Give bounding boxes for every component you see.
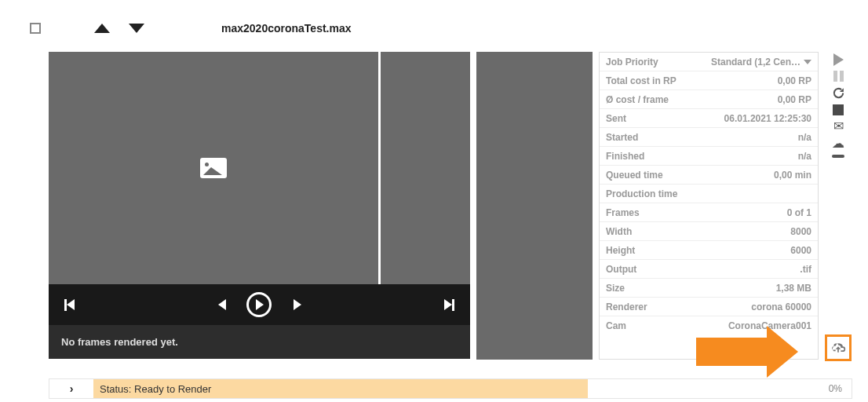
preview-panel: No frames rendered yet.: [49, 52, 470, 360]
status-row: › Status: Ready to Render 0%: [49, 378, 852, 399]
detail-row-height: Height 6000: [600, 241, 818, 260]
file-name: max2020coronaTest.max: [221, 22, 352, 35]
mail-icon[interactable]: ✉: [833, 120, 844, 133]
select-job-checkbox[interactable]: [30, 23, 41, 34]
detail-row-queued: Queued time 0,00 min: [600, 166, 818, 185]
upload-button[interactable]: [825, 334, 852, 361]
minimize-icon[interactable]: [832, 155, 844, 158]
move-down-icon[interactable]: [129, 24, 144, 33]
detail-row-finished: Finished n/a: [600, 147, 818, 166]
status-progress: 0%: [588, 383, 852, 394]
reload-icon[interactable]: [832, 86, 845, 100]
detail-row-cost-frame: Ø cost / frame 0,00 RP: [600, 90, 818, 109]
skip-start-button[interactable]: [64, 299, 75, 311]
detail-row-output: Output .tif: [600, 260, 818, 279]
secondary-preview-panel: [476, 52, 593, 360]
side-toolbar: ✉ ☁: [830, 53, 847, 158]
detail-label: Job Priority: [606, 57, 658, 68]
detail-row-renderer: Renderer corona 60000: [600, 298, 818, 316]
image-placeholder-icon: [200, 158, 227, 178]
move-up-icon[interactable]: [94, 24, 110, 33]
cloud-upload-icon: [830, 342, 846, 354]
priority-dropdown[interactable]: Standard (1,2 Cen…: [711, 57, 811, 68]
chevron-down-icon: [804, 60, 811, 64]
stop-render-icon[interactable]: [833, 104, 844, 115]
detail-row-size: Size 1,38 MB: [600, 279, 818, 298]
start-render-icon[interactable]: [833, 53, 844, 66]
expand-status-icon[interactable]: ›: [49, 382, 93, 395]
job-details-panel: Job Priority Standard (1,2 Cen… Total co…: [599, 52, 819, 360]
next-frame-button[interactable]: [294, 299, 301, 310]
detail-row-total-cost: Total cost in RP 0,00 RP: [600, 71, 818, 90]
detail-row-frames: Frames 0 of 1: [600, 203, 818, 222]
skip-end-button[interactable]: [443, 299, 454, 311]
pause-render-icon[interactable]: [833, 71, 844, 82]
player-status-message: No frames rendered yet.: [49, 325, 470, 359]
status-label: Status: Ready to Render: [93, 379, 588, 398]
play-icon: [256, 299, 264, 310]
preview-frame-main: [49, 52, 378, 284]
detail-row-priority: Job Priority Standard (1,2 Cen…: [600, 53, 818, 71]
play-button[interactable]: [246, 292, 272, 317]
detail-row-width: Width 8000: [600, 222, 818, 241]
preview-frame-side: [381, 52, 470, 284]
player-bar: [49, 284, 470, 325]
detail-row-started: Started n/a: [600, 128, 818, 147]
detail-row-production: Production time: [600, 185, 818, 203]
callout-arrow: [696, 326, 798, 378]
detail-row-sent: Sent 06.01.2021 12:25:30: [600, 109, 818, 128]
prev-frame-button[interactable]: [218, 299, 226, 310]
storage-icon[interactable]: ☁: [832, 137, 844, 150]
